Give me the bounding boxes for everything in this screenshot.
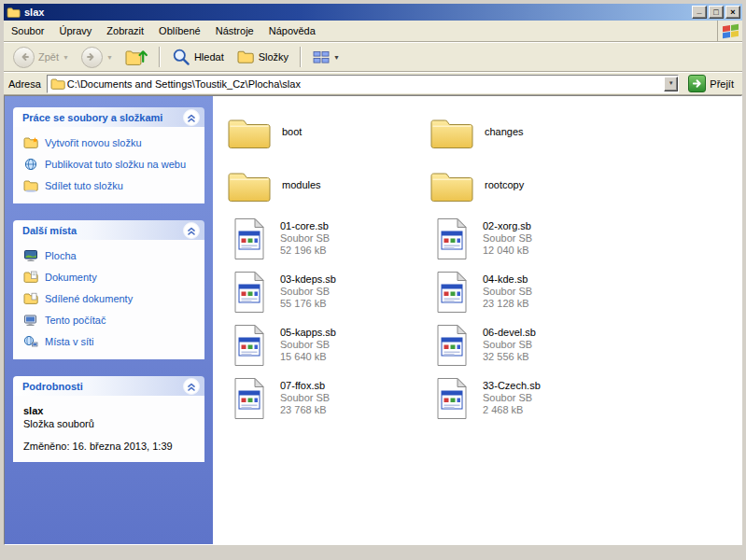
panel-header-other-places[interactable]: Další místa [13,220,204,240]
address-combo[interactable]: ▼ [47,75,679,93]
panel-header-file-tasks[interactable]: Práce se soubory a složkami [13,107,204,127]
place-label: Plocha [45,250,77,261]
window-folder-icon [7,7,21,19]
panel-title: Další místa [22,225,77,236]
place-label: Sdílené dokumenty [45,293,133,304]
panel-body-details: slax Složka souborů Změněno: 16. března … [13,396,204,462]
menu-upravy[interactable]: Úpravy [51,21,99,41]
file-tile-33-czech[interactable]: 33-Czech.sb Soubor SB 2 468 kB [429,373,632,423]
menu-soubor[interactable]: Soubor [4,21,51,41]
address-dropdown-button[interactable]: ▼ [664,77,678,91]
panel-details: Podrobnosti slax Složka souborů Změněno:… [13,376,204,462]
windows-logo-icon [717,21,742,41]
address-folder-icon [50,77,65,91]
folder-icon [227,110,272,155]
file-tile-04-kde[interactable]: 04-kde.sb Soubor SB 23 128 kB [429,267,632,316]
forward-icon [81,47,103,68]
go-label: Přejít [710,78,734,90]
back-dropdown-icon[interactable]: ▼ [63,54,69,61]
title-bar[interactable]: slax _ □ × [4,4,742,21]
up-folder-icon [125,47,148,67]
task-create-new-folder[interactable]: Vytvořit novou složku [23,136,196,149]
task-publish-folder-web[interactable]: Publikovat tuto složku na webu [23,158,196,171]
file-tile-05-kapps[interactable]: 05-kapps.sb Soubor SB 15 640 kB [227,320,429,370]
file-name: 01-core.sb [280,220,330,232]
file-tile-01-core[interactable]: 01-core.sb Soubor SB 52 196 kB [227,214,429,263]
folder-tile-rootcopy[interactable]: rootcopy [429,161,632,210]
address-input[interactable] [65,77,664,91]
my-computer-icon [23,314,38,327]
file-size: 32 556 kB [483,351,536,363]
close-icon: × [730,7,735,17]
place-my-computer[interactable]: Tento počítač [23,314,196,327]
details-folder-name: slax [23,405,196,416]
close-button[interactable]: × [725,6,740,19]
file-size: 23 768 kB [280,404,330,416]
menu-zobrazit[interactable]: Zobrazit [99,21,151,41]
file-tile-07-ffox[interactable]: 07-ffox.sb Soubor SB 23 768 kB [227,373,429,423]
views-dropdown-icon[interactable]: ▼ [333,54,340,61]
collapse-chevron-icon[interactable] [183,222,200,239]
file-tile-03-kdeps[interactable]: 03-kdeps.sb Soubor SB 55 176 kB [227,267,429,316]
panel-header-details[interactable]: Podrobnosti [13,376,204,396]
collapse-chevron-icon[interactable] [183,109,200,126]
back-label: Zpět [38,51,59,63]
place-desktop[interactable]: Plocha [23,249,196,262]
folders-button[interactable]: Složky [232,47,292,67]
minimize-button[interactable]: _ [692,6,707,19]
place-shared-documents[interactable]: Sdílené dokumenty [23,292,196,305]
file-type: Soubor SB [483,232,532,245]
forward-dropdown-icon[interactable]: ▼ [106,54,113,61]
file-size: 15 640 kB [280,351,336,363]
sb-file-icon [431,270,472,315]
search-button[interactable]: Hledat [168,45,228,69]
folder-name: changes [485,126,524,138]
toolbar-separator [300,47,302,67]
menu-nastroje[interactable]: Nástroje [208,21,261,41]
panel-body-file-tasks: Vytvořit novou složku Publikovat tuto sl… [13,127,204,203]
folder-tile-boot[interactable]: boot [227,107,429,157]
file-name: 33-Czech.sb [483,380,541,392]
documents-icon [23,271,38,284]
folder-name: modules [282,179,321,191]
collapse-chevron-icon[interactable] [183,378,200,395]
file-tile-02-xorg[interactable]: 02-xorg.sb Soubor SB 12 040 kB [429,214,632,263]
file-list[interactable]: boot changes modules rootcopy 01-core.sb… [213,96,741,544]
search-icon [172,48,190,66]
minimize-icon: _ [697,6,701,15]
details-folder-type: Složka souborů [23,418,196,429]
file-name: 05-kapps.sb [280,327,336,339]
panel-file-tasks: Práce se soubory a složkami Vytvořit nov… [13,107,204,203]
go-button[interactable]: Přejít [684,74,738,93]
menu-napoveda[interactable]: Nápověda [261,21,323,41]
task-share-folder[interactable]: Sdílet tuto složku [23,179,196,192]
status-bar [4,545,742,556]
address-bar: Adresa ▼ Přejít [4,72,742,95]
task-label: Publikovat tuto složku na webu [45,159,186,170]
back-button[interactable]: Zpět ▼ [9,44,73,71]
up-button[interactable] [121,44,151,70]
views-button[interactable]: ▼ [309,48,344,67]
file-size: 2 468 kB [483,404,541,416]
place-documents[interactable]: Dokumenty [23,271,196,284]
panel-other-places: Další místa Plocha [13,220,204,359]
folder-tile-modules[interactable]: modules [227,161,429,210]
window-controls: _ □ × [692,6,740,19]
file-name: 04-kde.sb [483,273,532,286]
folder-tile-changes[interactable]: changes [429,107,632,157]
maximize-button[interactable]: □ [709,6,724,19]
network-places-icon [23,335,38,348]
file-type: Soubor SB [483,339,536,351]
file-type: Soubor SB [280,339,336,351]
views-icon [313,50,330,64]
file-size: 12 040 kB [483,245,532,257]
menu-oblibene[interactable]: Oblíbené [151,21,208,41]
file-name: 07-ffox.sb [280,380,330,392]
folder-icon [227,163,272,208]
back-icon [13,47,35,68]
file-tile-06-devel[interactable]: 06-devel.sb Soubor SB 32 556 kB [429,320,632,370]
window-title: slax [24,7,692,18]
forward-button[interactable]: ▼ [77,44,117,71]
place-network[interactable]: Místa v síti [23,335,196,348]
file-size: 23 128 kB [483,298,532,310]
